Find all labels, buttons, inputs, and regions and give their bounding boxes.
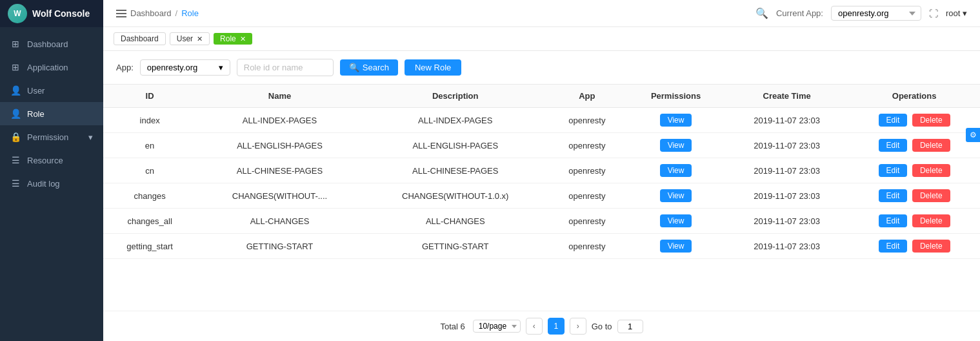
tab-label: Dashboard [121,34,159,43]
sidebar: W Wolf Console ⊞ Dashboard ⊞ Application… [0,0,103,341]
header-right: 🔍 Current App: openresty.org ⛶ root ▾ [755,6,967,21]
col-app: App [548,85,626,108]
application-icon: ⊞ [10,62,21,72]
delete-button[interactable]: Delete [912,214,950,227]
gear-settings-button[interactable]: ⚙ [966,128,980,142]
sidebar-item-label: Dashboard [27,39,68,49]
sidebar-item-role[interactable]: 👤 Role [0,102,103,125]
sidebar-nav: ⊞ Dashboard ⊞ Application 👤 User 👤 Role … [0,27,103,341]
cell-description: ALL-CHANGES [363,209,548,234]
prev-page-button[interactable]: ‹ [526,318,543,335]
breadcrumb-sep: / [175,8,178,18]
sidebar-item-dashboard[interactable]: ⊞ Dashboard [0,32,103,56]
sidebar-item-application[interactable]: ⊞ Application [0,56,103,79]
table-row: en ALL-ENGLISH-PAGES ALL-ENGLISH-PAGES o… [103,133,980,158]
table-row: cn ALL-CHINESE-PAGES ALL-CHINESE-PAGES o… [103,158,980,183]
cell-description: CHANGES(WITHOUT-1.0.x) [363,183,548,209]
cell-id: en [103,133,196,158]
edit-button[interactable]: Edit [879,214,908,227]
cell-create-time: 2019-11-07 23:03 [725,108,848,133]
view-permissions-button[interactable]: View [660,114,692,127]
view-permissions-button[interactable]: View [660,240,692,253]
cell-operations: Edit Delete [848,183,980,209]
col-operations: Operations [848,85,980,108]
tab-close-user[interactable]: ✕ [197,35,203,43]
cell-id: index [103,108,196,133]
delete-button[interactable]: Delete [912,164,950,177]
page-1-button[interactable]: 1 [548,318,565,335]
edit-button[interactable]: Edit [879,139,908,152]
sidebar-logo: W Wolf Console [0,0,103,27]
auditlog-icon: ☰ [10,178,21,189]
edit-button[interactable]: Edit [879,164,908,177]
cell-id: changes_all [103,209,196,234]
cell-operations: Edit Delete [848,133,980,158]
new-role-button[interactable]: New Role [405,59,461,76]
cell-create-time: 2019-11-07 23:03 [725,209,848,234]
sidebar-item-user[interactable]: 👤 User [0,79,103,102]
search-button[interactable]: 🔍 Search [340,59,398,76]
col-permissions: Permissions [626,85,725,108]
user-icon: 👤 [10,85,21,96]
goto-label: Go to [592,322,612,331]
edit-button[interactable]: Edit [879,189,908,202]
role-icon: 👤 [10,108,21,119]
col-create-time: Create Time [725,85,848,108]
header: Dashboard / Role 🔍 Current App: openrest… [103,0,980,27]
view-permissions-button[interactable]: View [660,189,692,202]
cell-create-time: 2019-11-07 23:03 [725,183,848,209]
cell-name: ALL-CHANGES [196,209,363,234]
tab-role[interactable]: Role ✕ [214,33,252,45]
delete-button[interactable]: Delete [912,139,950,152]
goto-input[interactable] [617,320,643,333]
next-page-button[interactable]: › [570,318,586,335]
current-app-select[interactable]: openresty.org [831,6,921,21]
sidebar-item-resource[interactable]: ☰ Resource [0,149,103,172]
role-search-input[interactable] [237,59,334,76]
table-header-row: ID Name Description App Permissions Crea… [103,85,980,108]
sidebar-item-auditlog[interactable]: ☰ Audit log [0,172,103,195]
edit-button[interactable]: Edit [879,114,908,127]
tab-user[interactable]: User ✕ [170,32,210,45]
cell-operations: Edit Delete [848,234,980,259]
resource-icon: ☰ [10,155,21,165]
view-permissions-button[interactable]: View [660,214,692,227]
tab-label: Role [220,34,236,43]
col-id: ID [103,85,196,108]
delete-button[interactable]: Delete [912,189,950,202]
delete-button[interactable]: Delete [912,240,950,253]
username: root [946,8,960,18]
breadcrumb-parent[interactable]: Dashboard [130,8,172,18]
logo-icon: W [8,4,27,23]
sidebar-item-label: Application [27,63,68,72]
cell-id: cn [103,158,196,183]
hamburger-menu[interactable] [116,10,126,17]
col-name: Name [196,85,363,108]
cell-permissions: View [626,183,725,209]
fullscreen-icon[interactable]: ⛶ [929,8,938,19]
edit-button[interactable]: Edit [879,240,908,253]
view-permissions-button[interactable]: View [660,139,692,152]
page-size-select[interactable]: 10/page 20/page 50/page [473,320,521,333]
cell-create-time: 2019-11-07 23:03 [725,158,848,183]
toolbar: App: openresty.org ▾ 🔍 Search New Role [103,51,980,85]
chevron-down-icon: ▾ [219,63,223,72]
dashboard-icon: ⊞ [10,39,21,49]
delete-button[interactable]: Delete [912,114,950,127]
tab-label: User [177,34,193,43]
cell-permissions: View [626,209,725,234]
roles-table-container: ID Name Description App Permissions Crea… [103,85,980,311]
app-filter-dropdown[interactable]: openresty.org ▾ [140,59,230,76]
tab-close-role[interactable]: ✕ [240,35,246,43]
pagination-total: Total 6 [440,322,465,331]
tab-bar: Dashboard User ✕ Role ✕ [103,27,980,51]
tab-dashboard[interactable]: Dashboard [114,32,166,45]
search-icon[interactable]: 🔍 [755,7,768,19]
cell-app: openresty [548,133,626,158]
user-menu[interactable]: root ▾ [946,8,967,18]
cell-app: openresty [548,234,626,259]
cell-create-time: 2019-11-07 23:03 [725,133,848,158]
table-row: index ALL-INDEX-PAGES ALL-INDEX-PAGES op… [103,108,980,133]
sidebar-item-permission[interactable]: 🔒 Permission ▾ [0,125,103,149]
view-permissions-button[interactable]: View [660,164,692,177]
